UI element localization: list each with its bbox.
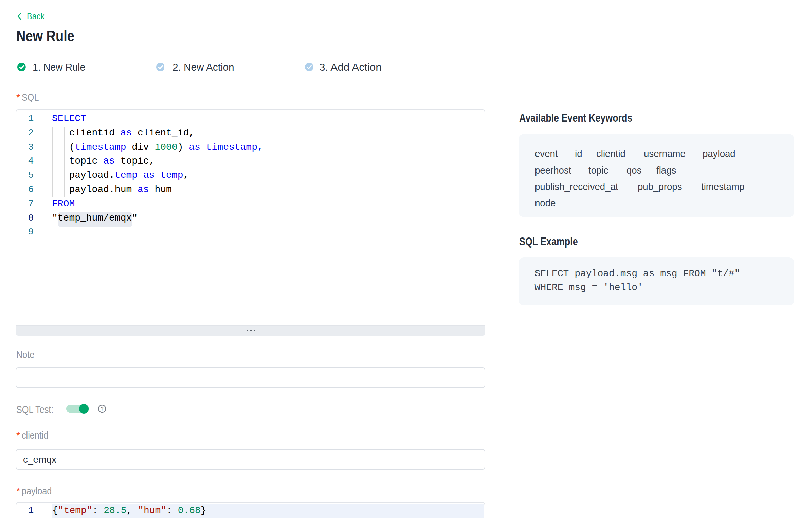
svg-text:?: ? xyxy=(101,406,104,412)
